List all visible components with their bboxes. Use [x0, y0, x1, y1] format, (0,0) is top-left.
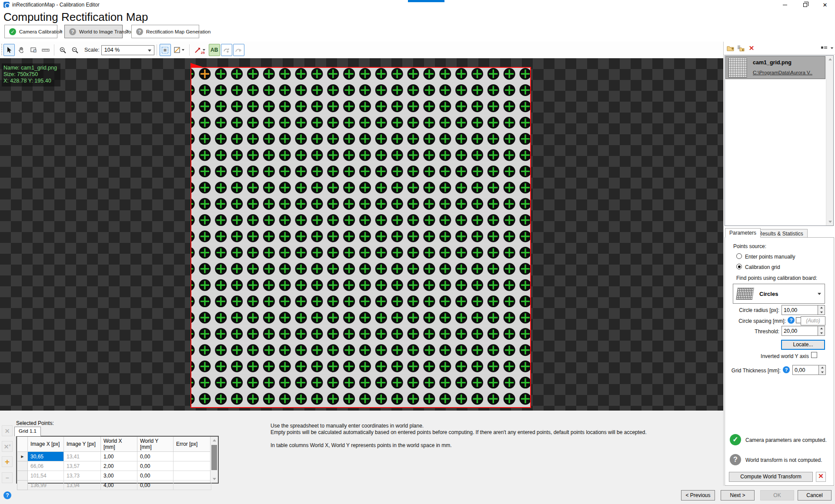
- help-button[interactable]: ?: [3, 491, 11, 499]
- spinner-buttons[interactable]: [818, 326, 825, 336]
- table-cell[interactable]: 1,00: [101, 452, 137, 461]
- crop-region-button[interactable]: [172, 44, 187, 56]
- table-row[interactable]: ►30,6513,411,000,00: [17, 452, 211, 461]
- tab-world-to-image-transform[interactable]: ? World to Image Transform: [64, 25, 123, 38]
- zoom-out-button[interactable]: [69, 44, 80, 56]
- edit-curve-button[interactable]: [233, 44, 244, 56]
- row-header[interactable]: [17, 461, 28, 471]
- table-cell[interactable]: 3,00: [101, 471, 137, 481]
- pan-tool-button[interactable]: [16, 44, 27, 56]
- col-image-y[interactable]: Image Y [px]: [64, 437, 101, 452]
- threshold-input[interactable]: [782, 326, 818, 336]
- ok-button[interactable]: OK: [760, 490, 794, 501]
- table-cell[interactable]: 2,00: [101, 461, 137, 471]
- restore-button[interactable]: [795, 0, 815, 10]
- add-image-button[interactable]: [725, 43, 736, 53]
- table-cell[interactable]: 66,06: [28, 461, 64, 471]
- table-cell[interactable]: [174, 471, 211, 481]
- table-cell[interactable]: 101,54: [28, 471, 64, 481]
- table-cell[interactable]: 30,65: [28, 452, 64, 461]
- table-cell[interactable]: 0,00: [137, 461, 174, 471]
- delete-all-points-button[interactable]: ✕x: [2, 441, 13, 452]
- scroll-thumb[interactable]: [211, 445, 217, 470]
- add-point-button[interactable]: +: [2, 456, 13, 467]
- table-scrollbar[interactable]: [210, 437, 218, 483]
- circle-spacing-auto-field[interactable]: (Auto): [801, 316, 825, 325]
- cancel-compute-button[interactable]: ✕: [816, 472, 826, 482]
- status-camera-computed: Camera parameters are computed.: [745, 437, 827, 443]
- toolbar-grip[interactable]: [1, 44, 3, 56]
- grid-thickness-input[interactable]: [792, 365, 818, 375]
- file-path-link[interactable]: C:\ProgramData\Aurora V..: [753, 70, 812, 75]
- delete-point-button[interactable]: ✕: [2, 425, 13, 436]
- table-cell[interactable]: 13,57: [64, 461, 101, 471]
- tab-results-statistics[interactable]: Results & Statistics: [754, 229, 808, 238]
- tab-camera-calibration[interactable]: ✓ Camera Calibration: [4, 25, 57, 38]
- minimize-button[interactable]: [775, 0, 795, 10]
- scroll-down-arrow[interactable]: [826, 218, 834, 225]
- row-header-corner: [17, 437, 28, 452]
- labels-toggle-button[interactable]: AB: [209, 44, 220, 56]
- region-tool-button[interactable]: [28, 44, 39, 56]
- compute-world-transform-button[interactable]: Compute World Transform: [729, 472, 813, 482]
- table-cell[interactable]: [174, 481, 211, 490]
- table-row[interactable]: 136,9913,944,000,00: [17, 481, 211, 490]
- scroll-up-arrow[interactable]: [210, 437, 218, 444]
- circle-radius-input[interactable]: [782, 305, 818, 315]
- table-cell[interactable]: [174, 452, 211, 461]
- scroll-up-arrow[interactable]: [826, 56, 834, 63]
- cancel-button[interactable]: Cancel: [798, 490, 832, 501]
- view-mode-button[interactable]: [819, 43, 829, 53]
- table-row[interactable]: 66,0613,572,000,00: [17, 461, 211, 471]
- row-header[interactable]: [17, 481, 28, 490]
- table-cell[interactable]: 4,00: [101, 481, 137, 490]
- table-cell[interactable]: 13,94: [64, 481, 101, 490]
- table-cell[interactable]: 13,73: [64, 471, 101, 481]
- grid-thickness-help-icon[interactable]: ?: [783, 366, 790, 373]
- fit-to-view-button[interactable]: [160, 44, 171, 56]
- zoom-in-button[interactable]: [57, 44, 68, 56]
- file-list-item-selected[interactable]: cam1_grid.png C:\ProgramData\Aurora V..: [725, 56, 825, 79]
- circle-spacing-help-icon[interactable]: ?: [788, 317, 795, 324]
- table-cell[interactable]: 0,00: [137, 481, 174, 490]
- table-cell[interactable]: 0,00: [137, 471, 174, 481]
- table-cell[interactable]: 0,00: [137, 452, 174, 461]
- tab-parameters[interactable]: Parameters: [725, 228, 761, 238]
- remove-image-button[interactable]: ✕: [746, 43, 757, 53]
- add-curve-button[interactable]: [221, 44, 232, 56]
- status-check-icon: ✓: [730, 434, 741, 445]
- table-cell[interactable]: [174, 461, 211, 471]
- radio-calibration-grid[interactable]: [736, 264, 742, 269]
- calibration-image[interactable]: [190, 67, 531, 408]
- table-cell[interactable]: 136,99: [28, 481, 64, 490]
- scroll-down-arrow[interactable]: [210, 475, 218, 483]
- inverted-y-checkbox[interactable]: [811, 352, 817, 358]
- next-button[interactable]: Next >: [721, 490, 755, 501]
- add-image-series-button[interactable]: [736, 43, 746, 53]
- remove-point-button[interactable]: −: [2, 472, 13, 483]
- tab-rectification-map-generation[interactable]: ? Rectification Map Generation: [131, 25, 199, 38]
- image-file-list[interactable]: cam1_grid.png C:\ProgramData\Aurora V..: [725, 55, 834, 226]
- measure-tool-button[interactable]: [40, 44, 51, 56]
- image-canvas[interactable]: Name: cam1_grid.png Size: 750x750 X: 428…: [0, 58, 723, 411]
- table-row[interactable]: 101,5413,733,000,00: [17, 471, 211, 481]
- row-header[interactable]: ►: [17, 452, 28, 461]
- file-list-scrollbar[interactable]: [826, 56, 833, 225]
- grid-tab[interactable]: Grid 1.1: [14, 427, 41, 436]
- board-type-combobox[interactable]: Circles: [733, 284, 825, 304]
- close-button[interactable]: ✕: [815, 0, 835, 10]
- row-header[interactable]: [17, 471, 28, 481]
- locate-button[interactable]: Locate...: [781, 340, 825, 350]
- col-world-y[interactable]: World Y [mm]: [137, 437, 174, 452]
- col-error[interactable]: Error [px]: [174, 437, 211, 452]
- spinner-buttons[interactable]: [818, 305, 825, 315]
- table-cell[interactable]: 13,41: [64, 452, 101, 461]
- scale-combobox[interactable]: 104 %: [101, 45, 154, 55]
- col-image-x[interactable]: Image X [px]: [28, 437, 64, 452]
- select-tool-button[interactable]: [3, 44, 15, 56]
- spinner-buttons[interactable]: [818, 365, 826, 375]
- previous-button[interactable]: < Previous: [681, 490, 715, 501]
- col-world-x[interactable]: World X [mm]: [101, 437, 137, 452]
- angle-tool-button[interactable]: 25: [192, 44, 208, 56]
- radio-enter-points-manually[interactable]: [736, 253, 742, 259]
